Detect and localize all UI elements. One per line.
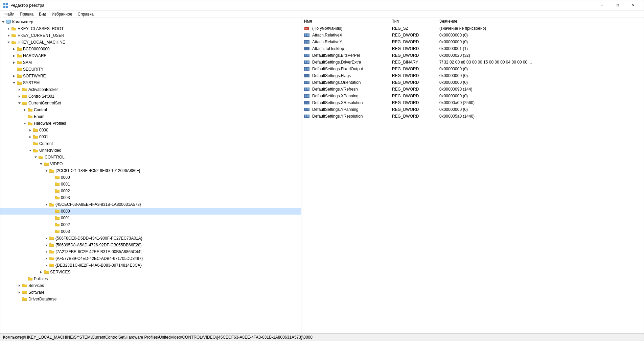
tree-toggle-bcd[interactable] [11, 46, 17, 52]
tree-toggle-hp0000[interactable] [27, 127, 33, 133]
tree-row-driverdatabase[interactable]: DriverDatabase [0, 296, 301, 302]
tree-toggle-guid1[interactable] [44, 167, 49, 174]
tree-row-services[interactable]: SERVICES [0, 269, 301, 275]
tree-toggle-activationbroker[interactable] [17, 86, 22, 93]
tree-toggle-guid3[interactable] [44, 235, 49, 242]
registry-row[interactable]: ab (По умолчанию)REG_SZ(значение не прис… [301, 25, 644, 32]
tree-row-g1_0003[interactable]: 0003 [0, 194, 301, 201]
tree-row-hp0001[interactable]: 0001 [0, 133, 301, 140]
tree-row-currentcontrolset[interactable]: CurrentControlSet [0, 100, 301, 106]
registry-row[interactable]: DefaultSettings.YResolutionREG_DWORD0x00… [301, 113, 644, 120]
reg-type-cell: REG_DWORD [392, 46, 439, 51]
tree-toggle-hardware[interactable] [11, 52, 17, 59]
tree-row-software2[interactable]: Software [0, 289, 301, 296]
tree-row-guid1[interactable]: {2CC81D21-184F-4C52-9F3D-1912696A886F} [0, 167, 301, 174]
tree-toggle-ctrl[interactable] [33, 154, 38, 161]
tree-row-hardware[interactable]: HARDWARE [0, 52, 301, 59]
tree-row-controlset001[interactable]: ControlSet001 [0, 93, 301, 100]
tree-row-unitedvideo[interactable]: UnitedVideo [0, 147, 301, 154]
registry-row[interactable]: DefaultSettings.YPanningREG_DWORD0x00000… [301, 106, 644, 113]
registry-row[interactable]: Attach.RelativeXREG_DWORD0x00000000 (0) [301, 32, 644, 39]
tree-toggle-currentcontrolset[interactable] [17, 100, 22, 106]
tree-toggle-hkcr[interactable] [6, 25, 11, 32]
tree-toggle-unitedvideo[interactable] [27, 147, 33, 154]
tree-row-g1_0000[interactable]: 0000 [0, 174, 301, 181]
tree-toggle-sam[interactable] [11, 59, 17, 66]
tree-row-hp0000[interactable]: 0000 [0, 127, 301, 133]
minimize-button[interactable]: − [594, 0, 610, 10]
menu-view[interactable]: Вид [36, 11, 49, 17]
tree-row-sam[interactable]: SAM [0, 59, 301, 66]
registry-row[interactable]: DefaultSettings.FlagsREG_DWORD0x00000000… [301, 72, 644, 79]
tree-label-currentcontrolset: CurrentControlSet [28, 101, 61, 105]
tree-row-hkcu[interactable]: HKEY_CURRENT_USER [0, 32, 301, 39]
tree-row-bcd[interactable]: BCD00000000 [0, 46, 301, 52]
tree-row-security[interactable]: SECURITY [0, 66, 301, 73]
tree-row-policies[interactable]: Policies [0, 275, 301, 282]
tree-row-guid4[interactable]: {586395D8-A5AD-4726-92DF-CB055DB66E28} [0, 242, 301, 248]
tree-toggle-hklm[interactable] [6, 39, 11, 46]
tree-row-hardwareprofiles[interactable]: Hardware Profiles [0, 120, 301, 127]
tree-toggle-guid2[interactable] [44, 201, 49, 208]
tree-toggle-software[interactable] [11, 73, 17, 79]
tree-row-guid6[interactable]: {AF577B89-C4ED-42EC-ADB4-671705DD3497} [0, 255, 301, 262]
tree-pane[interactable]: Компьютер HKEY_CLASSES_ROOT HKEY_CURRENT… [0, 18, 301, 333]
tree-row-guid2[interactable]: {45CECF63-A8EE-4FA3-831B-1A800631A573} [0, 201, 301, 208]
tree-row-guid3[interactable]: {506F8CE0-D5DD-4341-900F-FC27EC73A01A} [0, 235, 301, 242]
tree-row-g2_0002[interactable]: 0002 [0, 221, 301, 228]
tree-row-computer[interactable]: Компьютер [0, 19, 301, 25]
tree-toggle-hkcu[interactable] [6, 32, 11, 39]
folder-icon-services [44, 269, 49, 275]
registry-row[interactable]: DefaultSettings.XPanningREG_DWORD0x00000… [301, 93, 644, 99]
registry-row[interactable]: DefaultSettings.OrientationREG_DWORD0x00… [301, 79, 644, 86]
maximize-button[interactable]: □ [610, 0, 625, 10]
svg-marker-29 [46, 237, 47, 240]
tree-toggle-hardwareprofiles[interactable] [22, 120, 27, 127]
tree-row-g2_0000[interactable]: 0000 [0, 208, 301, 215]
tree-row-g1_0001[interactable]: 0001 [0, 181, 301, 188]
registry-row[interactable]: DefaultSettings.DriverExtraREG_BINARY7f … [301, 59, 644, 66]
tree-toggle-system[interactable] [11, 79, 17, 86]
tree-toggle-svcmain[interactable] [17, 282, 22, 289]
tree-row-ctrl[interactable]: CONTROL [0, 154, 301, 161]
tree-toggle-guid7[interactable] [44, 262, 49, 269]
tree-label-g1_0002: 0002 [61, 189, 70, 193]
tree-row-enum[interactable]: Enum [0, 113, 301, 120]
tree-row-current[interactable]: Current [0, 140, 301, 147]
tree-row-system[interactable]: SYSTEM [0, 79, 301, 86]
tree-toggle-services[interactable] [38, 269, 44, 275]
tree-row-activationbroker[interactable]: ActivationBroker [0, 86, 301, 93]
tree-toggle-computer[interactable] [0, 19, 6, 25]
menu-favorites[interactable]: Избранное [49, 11, 75, 17]
tree-row-control[interactable]: Control [0, 106, 301, 113]
tree-row-g2_0003[interactable]: 0003 [0, 228, 301, 235]
tree-row-guid7[interactable]: {DEB23B1C-9E2F-44A6-B083-39714814E3CA} [0, 262, 301, 269]
tree-row-svcmain[interactable]: Services [0, 282, 301, 289]
tree-row-video[interactable]: VIDEO [0, 161, 301, 167]
registry-row[interactable]: DefaultSettings.XResolutionREG_DWORD0x00… [301, 99, 644, 106]
tree-toggle-guid5[interactable] [44, 248, 49, 255]
registry-row[interactable]: Attach.ToDesktopREG_DWORD0x00000001 (1) [301, 45, 644, 52]
folder-icon-hp0001 [33, 134, 38, 140]
tree-toggle-software2[interactable] [17, 289, 22, 296]
menu-file[interactable]: Файл [2, 11, 17, 17]
registry-row[interactable]: DefaultSettings.VRefreshREG_DWORD0x00000… [301, 86, 644, 93]
tree-toggle-video[interactable] [38, 161, 44, 167]
menu-help[interactable]: Справка [75, 11, 96, 17]
tree-row-g1_0002[interactable]: 0002 [0, 188, 301, 194]
tree-toggle-guid6[interactable] [44, 255, 49, 262]
registry-row[interactable]: DefaultSettings.FixedOutputREG_DWORD0x00… [301, 66, 644, 72]
registry-row[interactable]: Attach.RelativeYREG_DWORD0x00000000 (0) [301, 39, 644, 45]
tree-toggle-guid4[interactable] [44, 242, 49, 248]
tree-toggle-controlset001[interactable] [17, 93, 22, 100]
tree-row-guid5[interactable]: {7A213FBE-6C2E-42EF-B31E-00B5A8865C44} [0, 248, 301, 255]
registry-row[interactable]: DefaultSettings.BitsPerPelREG_DWORD0x000… [301, 52, 644, 59]
tree-row-g2_0001[interactable]: 0001 [0, 215, 301, 221]
close-button[interactable]: ✕ [625, 0, 641, 10]
menu-edit[interactable]: Правка [17, 11, 37, 17]
tree-row-hkcr[interactable]: HKEY_CLASSES_ROOT [0, 25, 301, 32]
tree-toggle-hp0001[interactable] [27, 133, 33, 140]
tree-toggle-control[interactable] [22, 106, 27, 113]
tree-row-hklm[interactable]: HKEY_LOCAL_MACHINE [0, 39, 301, 46]
tree-row-software[interactable]: SOFTWARE [0, 73, 301, 79]
